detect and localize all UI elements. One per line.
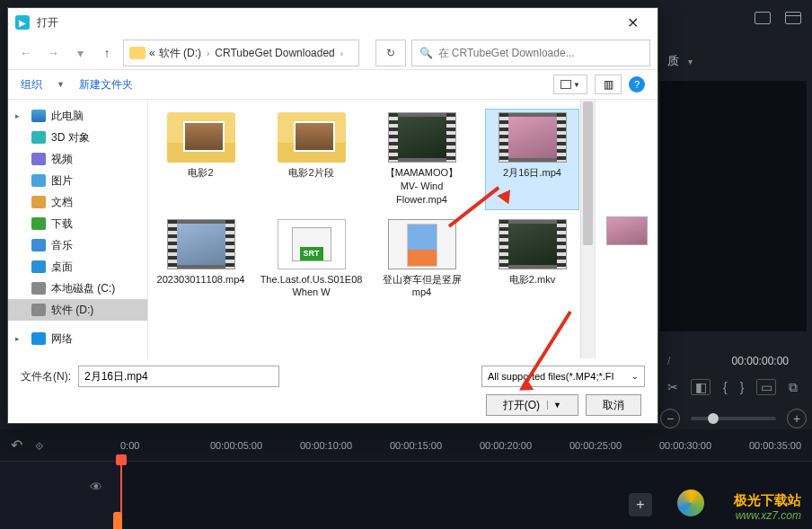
navigation-tree[interactable]: ▸此电脑3D 对象视频图片文档下载音乐桌面本地磁盘 (C:)软件 (D:)▸网络	[8, 100, 148, 358]
nav-back-button[interactable]: ←	[15, 42, 37, 64]
zoom-in-button[interactable]: +	[787, 409, 807, 428]
sidebar-item[interactable]: ▸此电脑	[8, 105, 147, 127]
ruler-tick: 00:00:30:00	[659, 440, 749, 451]
open-button-label: 打开(O)	[503, 398, 540, 413]
chevron-down-icon[interactable]: ▾	[688, 57, 693, 66]
bracket-close-icon[interactable]: }	[740, 380, 745, 394]
nav-up-button[interactable]: ↑	[96, 42, 118, 64]
file-item[interactable]: 电影2.mkv	[485, 216, 579, 304]
clip-icon[interactable]: ✂	[667, 380, 678, 394]
open-dropdown-icon[interactable]: ▼	[547, 401, 561, 410]
file-thumbnail	[278, 112, 346, 163]
path-folder[interactable]: CRTubeGet Downloaded	[215, 47, 334, 59]
timeline-track[interactable]	[120, 462, 812, 529]
timeline-ruler[interactable]: 0:00 00:00:05:00 00:00:10:00 00:00:15:00…	[120, 429, 812, 462]
preview-pane-button[interactable]: ▥	[595, 75, 622, 94]
help-button[interactable]: ?	[629, 76, 645, 93]
clip-stub[interactable]	[113, 512, 122, 529]
ruler-tick: 00:00:10:00	[300, 440, 390, 451]
camera-icon[interactable]: ⧉	[789, 380, 798, 395]
cancel-button[interactable]: 取消	[586, 394, 641, 416]
chevron-down-icon: ⌄	[631, 372, 639, 381]
sidebar-item[interactable]: 3D 对象	[8, 127, 147, 148]
zoom-slider[interactable]	[691, 417, 776, 420]
file-item[interactable]: 电影2	[154, 109, 248, 210]
file-list[interactable]: 电影2电影2片段【MAMAMOO】MV- Wind Flower.mp42月16…	[148, 100, 595, 358]
file-thumbnail	[388, 112, 456, 163]
bracket-open-icon[interactable]: {	[723, 380, 728, 394]
close-button[interactable]: ✕	[614, 10, 650, 35]
sidebar-item[interactable]: 下载	[8, 213, 147, 234]
preview-panel	[660, 81, 807, 331]
file-item[interactable]: 2月16日.mp4	[485, 109, 579, 210]
screen-icon[interactable]: ▭	[756, 379, 776, 395]
sidebar-label: 3D 对象	[51, 130, 90, 145]
sidebar-label: 下载	[51, 216, 73, 232]
sidebar-label: 视频	[51, 152, 73, 167]
file-item[interactable]: 【MAMAMOO】MV- Wind Flower.mp4	[375, 109, 469, 210]
filename-input[interactable]	[78, 366, 279, 387]
marker-icon[interactable]: ◧	[691, 379, 710, 395]
undo-icon[interactable]: ↶	[11, 436, 22, 454]
sidebar-label: 本地磁盘 (C:)	[51, 281, 115, 296]
sidebar-label: 桌面	[51, 260, 73, 275]
file-thumbnail	[388, 219, 456, 269]
ruler-tick: 00:00:05:00	[210, 440, 300, 451]
filename-label: 文件名(N):	[21, 369, 71, 384]
cancel-button-label: 取消	[603, 398, 624, 413]
address-bar[interactable]: « 软件 (D:) › CRTubeGet Downloaded ›	[123, 40, 359, 66]
file-name: 电影2片段	[288, 166, 333, 180]
tree-icon	[31, 260, 46, 273]
file-item[interactable]: 登山赛车但是竖屏 mp4	[375, 216, 469, 304]
search-placeholder: 在 CRTubeGet Downloade...	[438, 46, 575, 61]
file-name: 202303011108.mp4	[157, 273, 245, 287]
link-icon[interactable]: ⟐	[35, 437, 44, 454]
divider: /	[667, 355, 670, 367]
sidebar-item[interactable]: 音乐	[8, 234, 147, 256]
watermark-brand: 极光下载站	[734, 492, 801, 509]
file-thumbnail	[499, 112, 567, 163]
ruler-tick: 0:00	[120, 440, 210, 451]
file-type-filter[interactable]: All supported files(*.MP4;*.FI ⌄	[481, 366, 645, 387]
file-name: 2月16日.mp4	[503, 166, 561, 180]
file-item[interactable]: 电影2片段	[264, 109, 358, 210]
new-folder-button[interactable]: 新建文件夹	[79, 77, 133, 93]
file-name: 登山赛车但是竖屏 mp4	[378, 273, 465, 300]
sidebar-item[interactable]: 文档	[8, 191, 147, 213]
file-item[interactable]: 202303011108.mp4	[154, 216, 248, 304]
sidebar-item[interactable]: 本地磁盘 (C:)	[8, 278, 147, 299]
organize-menu[interactable]: 组织	[21, 77, 42, 93]
preview-controls: ✂ ◧ { } ▭ ⧉	[660, 373, 807, 401]
sidebar-item[interactable]: 软件 (D:)	[8, 299, 147, 321]
open-button[interactable]: 打开(O) ▼	[486, 394, 578, 416]
tree-icon	[31, 110, 46, 122]
layout-icon-1[interactable]	[755, 12, 771, 24]
sidebar-item[interactable]: 桌面	[8, 256, 147, 278]
ruler-tick: 00:00:35:00	[749, 440, 812, 451]
scrollbar[interactable]	[580, 100, 595, 358]
sidebar-item[interactable]: ▸网络	[8, 328, 147, 349]
chevron-right-icon[interactable]: ›	[207, 48, 209, 58]
nav-recent-button[interactable]: ▾	[69, 42, 91, 64]
path-drive[interactable]: 软件 (D:)	[159, 46, 201, 61]
zoom-out-button[interactable]: −	[660, 409, 680, 428]
file-name: 【MAMAMOO】MV- Wind Flower.mp4	[378, 166, 465, 207]
nav-forward-button[interactable]: →	[42, 42, 64, 64]
add-track-button[interactable]: +	[629, 493, 652, 516]
layout-icon-2[interactable]	[785, 12, 801, 24]
file-thumbnail: SRT	[278, 219, 346, 269]
file-name: The.Last.of.Us.S01E08 When W	[260, 273, 363, 300]
watermark: 极光下载站 www.xz7.com	[734, 492, 801, 522]
tree-icon	[31, 217, 46, 230]
file-item[interactable]: SRTThe.Last.of.Us.S01E08 When W	[264, 216, 358, 304]
eye-icon[interactable]: 👁	[90, 480, 102, 494]
sidebar-item[interactable]: 图片	[8, 170, 147, 191]
chevron-down-icon[interactable]: ▼	[57, 80, 65, 89]
view-mode-button[interactable]: ▼	[553, 75, 587, 94]
tree-icon	[31, 196, 46, 208]
chevron-right-icon[interactable]: ›	[340, 48, 343, 58]
sidebar-item[interactable]: 视频	[8, 148, 147, 170]
search-input[interactable]: 🔍 在 CRTubeGet Downloade...	[411, 40, 651, 66]
refresh-button[interactable]: ↻	[375, 40, 406, 66]
sidebar-label: 音乐	[51, 238, 73, 253]
